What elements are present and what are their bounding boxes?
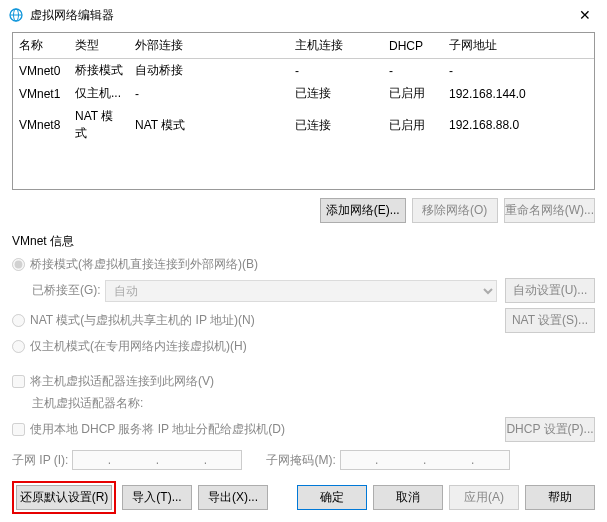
app-icon: [8, 7, 24, 23]
subnet-mask-label: 子网掩码(M):: [266, 452, 335, 469]
subnet-mask-input: ...: [340, 450, 510, 470]
table-row[interactable]: VMnet0 桥接模式 自动桥接 - - -: [13, 59, 594, 83]
cell: 已连接: [289, 82, 383, 105]
remove-network-button: 移除网络(O): [412, 198, 498, 223]
col-host[interactable]: 主机连接: [289, 33, 383, 59]
auto-settings-button: 自动设置(U)...: [505, 278, 595, 303]
hostonly-mode-label: 仅主机模式(在专用网络内连接虚拟机)(H): [30, 338, 247, 355]
cell: 已启用: [383, 82, 443, 105]
cell: 已连接: [289, 105, 383, 145]
export-button[interactable]: 导出(X)...: [198, 485, 268, 510]
cell: 仅主机...: [69, 82, 129, 105]
subnet-ip-label: 子网 IP (I):: [12, 452, 68, 469]
bridge-to-label: 已桥接至(G):: [32, 282, 101, 299]
col-type[interactable]: 类型: [69, 33, 129, 59]
window-title: 虚拟网络编辑器: [30, 7, 571, 24]
bridge-mode-label: 桥接模式(将虚拟机直接连接到外部网络)(B): [30, 256, 258, 273]
cell: NAT 模式: [129, 105, 289, 145]
dhcp-settings-button: DHCP 设置(P)...: [505, 417, 595, 442]
nat-settings-button: NAT 设置(S)...: [505, 308, 595, 333]
host-adapter-name-label: 主机虚拟适配器名称:: [32, 395, 143, 412]
table-row[interactable]: VMnet8 NAT 模式 NAT 模式 已连接 已启用 192.168.88.…: [13, 105, 594, 145]
apply-button: 应用(A): [449, 485, 519, 510]
cell: VMnet1: [13, 82, 69, 105]
cell: NAT 模式: [69, 105, 129, 145]
dhcp-check: [12, 423, 25, 436]
restore-highlight: 还原默认设置(R): [12, 481, 116, 514]
dhcp-check-label: 使用本地 DHCP 服务将 IP 地址分配给虚拟机(D): [30, 421, 285, 438]
title-bar: 虚拟网络编辑器 ✕: [0, 0, 607, 30]
bridge-to-select: 自动: [105, 280, 497, 302]
host-adapter-check: [12, 375, 25, 388]
ok-button[interactable]: 确定: [297, 485, 367, 510]
add-network-button[interactable]: 添加网络(E)...: [320, 198, 406, 223]
cell: 已启用: [383, 105, 443, 145]
col-subnet[interactable]: 子网地址: [443, 33, 594, 59]
rename-network-button: 重命名网络(W)...: [504, 198, 595, 223]
cell: 192.168.88.0: [443, 105, 594, 145]
col-dhcp[interactable]: DHCP: [383, 33, 443, 59]
hostonly-mode-radio: [12, 340, 25, 353]
cancel-button[interactable]: 取消: [373, 485, 443, 510]
cell: -: [383, 59, 443, 83]
col-name[interactable]: 名称: [13, 33, 69, 59]
nat-mode-label: NAT 模式(与虚拟机共享主机的 IP 地址)(N): [30, 312, 255, 329]
cell: -: [129, 82, 289, 105]
network-table[interactable]: 名称 类型 外部连接 主机连接 DHCP 子网地址 VMnet0 桥接模式 自动…: [12, 32, 595, 190]
cell: 192.168.144.0: [443, 82, 594, 105]
bridge-mode-radio: [12, 258, 25, 271]
bottom-button-bar: 还原默认设置(R) 导入(T)... 导出(X)... 确定 取消 应用(A) …: [0, 481, 607, 522]
nat-mode-radio: [12, 314, 25, 327]
table-row[interactable]: VMnet1 仅主机... - 已连接 已启用 192.168.144.0: [13, 82, 594, 105]
help-button[interactable]: 帮助: [525, 485, 595, 510]
restore-defaults-button[interactable]: 还原默认设置(R): [16, 485, 112, 510]
col-ext[interactable]: 外部连接: [129, 33, 289, 59]
subnet-ip-input: ...: [72, 450, 242, 470]
host-adapter-label: 将主机虚拟适配器连接到此网络(V): [30, 373, 214, 390]
cell: 自动桥接: [129, 59, 289, 83]
cell: -: [443, 59, 594, 83]
cell: VMnet8: [13, 105, 69, 145]
import-button[interactable]: 导入(T)...: [122, 485, 192, 510]
close-icon[interactable]: ✕: [571, 7, 599, 23]
cell: 桥接模式: [69, 59, 129, 83]
cell: VMnet0: [13, 59, 69, 83]
cell: -: [289, 59, 383, 83]
vmnet-info-label: VMnet 信息: [12, 233, 595, 250]
